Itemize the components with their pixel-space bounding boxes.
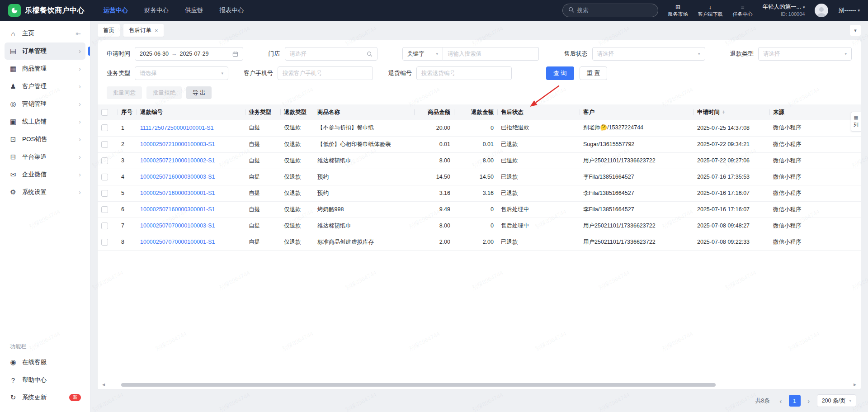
home-icon: ⌂ xyxy=(9,30,17,38)
refund-no-link[interactable]: 100002507160000300003-S1 xyxy=(140,174,215,180)
keyword-input[interactable]: 请输入搜索值 xyxy=(443,47,539,61)
date-range-input[interactable]: 2025-06-30 → 2025-07-29 xyxy=(135,47,243,61)
chevron-right-icon[interactable]: › xyxy=(79,47,81,55)
page-size-select[interactable]: 200 条/页 ▾ xyxy=(817,394,856,407)
row-checkbox[interactable] xyxy=(101,174,108,180)
row-checkbox[interactable] xyxy=(101,157,108,164)
return-no-input[interactable]: 搜索退货编号 xyxy=(416,66,512,80)
row-checkbox[interactable] xyxy=(101,206,108,213)
sidebar-item-help-center[interactable]: ? 帮助中心 xyxy=(5,371,85,388)
column-settings-button[interactable]: ▦ 列 xyxy=(851,112,861,132)
chevron-right-icon[interactable]: › xyxy=(79,171,81,178)
start-date-value[interactable]: 2025-06-30 xyxy=(140,51,169,57)
sidebar-item-orders[interactable]: ▤ 订单管理 › xyxy=(5,43,85,60)
filter-return-no: 退货编号 搜索退货编号 xyxy=(388,66,512,80)
service-market-icon: ⊞ xyxy=(675,4,680,10)
scrollbar-thumb[interactable] xyxy=(121,383,716,387)
chevron-right-icon[interactable]: › xyxy=(79,100,81,108)
current-page-button[interactable]: 1 xyxy=(789,395,801,407)
tab-after-sale-orders[interactable]: 售后订单 × xyxy=(123,24,164,37)
refund-no-link[interactable]: 100002507160000300001-S1 xyxy=(140,190,215,196)
store-select[interactable]: 请选择 xyxy=(285,47,377,61)
reset-button[interactable]: 重 置 xyxy=(580,66,608,80)
brand-title: 乐檬餐饮商户中心 xyxy=(25,6,85,15)
customer-phone-input[interactable]: 搜索客户手机号 xyxy=(278,66,373,80)
chevron-right-icon[interactable]: › xyxy=(79,189,81,196)
nav-supply-chain[interactable]: 供应链 xyxy=(185,6,203,14)
sidebar-item-settings[interactable]: ⚙ 系统设置 › xyxy=(5,184,85,201)
refund-no-link[interactable]: 100002507070000100001-S1 xyxy=(140,239,215,245)
chevron-right-icon[interactable]: › xyxy=(79,153,81,161)
channel-icon: ⊟ xyxy=(9,153,17,161)
refund-no-link[interactable]: 100002507210000100002-S1 xyxy=(140,157,215,164)
main-content: 首页 售后订单 × ▾ 申请时间 xyxy=(90,21,868,412)
export-button[interactable]: 导 出 xyxy=(186,86,212,99)
sidebar-item-marketing[interactable]: ◎ 营销管理 › xyxy=(5,95,85,113)
sidebar-item-customers[interactable]: ♟ 客户管理 › xyxy=(5,78,85,95)
user-account-menu[interactable]: 别------▾ xyxy=(838,6,860,14)
nav-report-center[interactable]: 报表中心 xyxy=(220,6,244,14)
select-all-checkbox[interactable] xyxy=(101,109,108,116)
cell-apply-time: 2025-07-16 17:16:07 xyxy=(693,201,769,218)
next-page-button[interactable]: › xyxy=(804,397,813,405)
header-quick-link[interactable]: ≡ 任务中心 xyxy=(733,4,753,17)
header-quick-link[interactable]: ⊞ 服务市场 xyxy=(668,4,688,17)
date-range-arrow: → xyxy=(171,51,177,57)
chevron-right-icon[interactable]: › xyxy=(79,136,81,143)
brand[interactable]: 乐檬餐饮商户中心 xyxy=(8,4,85,17)
cell-index: 5 xyxy=(118,185,137,201)
chevron-right-icon[interactable]: › xyxy=(79,65,81,72)
sidebar-item-channels[interactable]: ⊟ 平台渠道 › xyxy=(5,148,85,166)
scrollbar-track[interactable] xyxy=(108,383,851,387)
close-icon[interactable]: × xyxy=(155,28,158,33)
refund-no-link[interactable]: 111172507250000100001-S1 xyxy=(140,125,214,131)
sort-icon[interactable]: ▲▼ xyxy=(722,110,725,114)
row-checkbox[interactable] xyxy=(101,190,108,197)
merchant-account-menu[interactable]: 年轻人的第一...▾ ID: 100004 xyxy=(763,3,805,18)
after-sale-status-select[interactable]: 请选择 ▾ xyxy=(592,47,705,61)
sidebar-item-home[interactable]: ⌂ 主页 ⇤ xyxy=(5,25,85,42)
end-date-value[interactable]: 2025-07-29 xyxy=(179,51,208,57)
prev-page-button[interactable]: ‹ xyxy=(776,397,785,405)
business-type-select[interactable]: 请选择 ▾ xyxy=(135,66,228,80)
sidebar-item-system-update[interactable]: ↻ 系统更新 新 xyxy=(5,389,85,406)
nav-finance-center[interactable]: 财务中心 xyxy=(144,6,169,14)
chevron-right-icon[interactable]: › xyxy=(79,118,81,125)
col-index: 序号 xyxy=(118,104,137,120)
column-settings-label: 列 xyxy=(854,122,859,128)
scroll-right-icon[interactable]: ▶ xyxy=(852,383,858,387)
cell-business-type: 自提 xyxy=(245,218,280,234)
row-checkbox[interactable] xyxy=(101,239,108,246)
table-row: 3 100002507210000100002-S1 自提 仅退款 维达棉韧纸巾… xyxy=(98,152,861,169)
row-checkbox[interactable] xyxy=(101,141,108,148)
sidebar-item-pos-sales[interactable]: ⊡ POS销售 › xyxy=(5,131,85,148)
cell-source: 微信小程序 xyxy=(769,234,861,250)
sidebar-item-online-store[interactable]: ▣ 线上店铺 › xyxy=(5,113,85,130)
refund-no-link[interactable]: 100002507070000100003-S1 xyxy=(140,223,215,229)
header-quick-link[interactable]: ↓ 客户端下载 xyxy=(698,4,723,17)
customer-icon: ♟ xyxy=(9,82,17,90)
keyword-type-select[interactable]: 关键字 ▾ xyxy=(402,47,443,61)
scroll-left-icon[interactable]: ◀ xyxy=(100,383,107,387)
chevron-down-icon: ▾ xyxy=(858,8,860,13)
sidebar-item-goods[interactable]: ▦ 商品管理 › xyxy=(5,60,85,77)
nav-operations-center[interactable]: 运营中心 xyxy=(104,6,128,14)
refund-type-select[interactable]: 请选择 ▾ xyxy=(758,47,852,61)
tab-list-collapse-button[interactable]: ▾ xyxy=(850,25,861,36)
sidebar-item-wecom[interactable]: ✉ 企业微信 › xyxy=(5,166,85,183)
tab-home[interactable]: 首页 xyxy=(98,24,120,37)
sidebar-item-online-support[interactable]: ◉ 在线客服 xyxy=(5,354,85,371)
user-avatar[interactable] xyxy=(815,4,828,17)
row-checkbox[interactable] xyxy=(101,223,108,229)
batch-reject-button[interactable]: 批量拒绝 xyxy=(146,86,182,99)
row-checkbox[interactable] xyxy=(101,124,108,131)
refund-no-link[interactable]: 100002507210000100003-S1 xyxy=(140,141,215,147)
filter-apply-time: 申请时间 2025-06-30 → 2025-07-29 xyxy=(107,47,243,61)
batch-approve-button[interactable]: 批量同意 xyxy=(107,86,142,99)
collapse-sidebar-icon[interactable]: ⇤ xyxy=(75,30,81,37)
query-button[interactable]: 查 询 xyxy=(546,66,574,80)
chevron-right-icon[interactable]: › xyxy=(79,83,81,90)
refund-no-link[interactable]: 100002507160000300001-S1 xyxy=(140,206,215,213)
cell-customer: 李Fila/13851664527 xyxy=(580,185,693,201)
global-search-input[interactable]: 搜索 xyxy=(562,4,658,17)
